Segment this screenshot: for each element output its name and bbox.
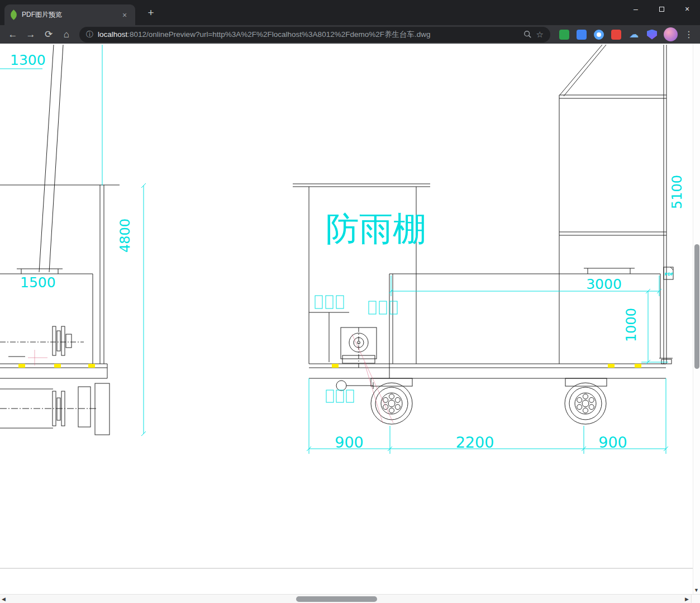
home-button[interactable]: ⌂ [58,27,75,42]
forward-button[interactable]: → [22,27,39,42]
page-content: 1300 1500 4800 5100 3000 1000 900 2200 9… [0,44,700,603]
left-view-structure [0,45,120,435]
rain-shed-label: 防雨棚 [326,209,426,248]
dimension-label-900-right: 900 [598,434,627,451]
dimension-label-2200: 2200 [456,434,494,451]
dimension-label-3000: 3000 [586,276,622,292]
extension-icon-ring[interactable] [594,30,604,40]
dimension-label-1500: 1500 [20,274,56,291]
zoom-icon[interactable] [523,30,532,39]
close-window-button[interactable]: × [674,0,700,18]
back-button[interactable]: ← [4,27,21,42]
wheel-left [371,383,412,424]
extension-icon-red[interactable] [611,30,621,40]
vertical-scrollbar[interactable]: ▼ [693,44,700,594]
horizontal-scrollbar-thumb[interactable] [296,596,377,602]
extension-icon-green[interactable] [559,30,569,40]
url-text: localhost:8012/onlinePreview?url=http%3A… [98,30,519,40]
dimension-label-1000: 1000 [623,308,639,342]
tab-strip: PDF图片预览 × + – × [0,0,700,25]
page-separator-line [0,568,693,569]
extension-icon-cloud[interactable]: ☁ [628,30,640,40]
browser-tab[interactable]: PDF图片预览 × [4,4,135,25]
vertical-scrollbar-thumb[interactable] [694,244,699,369]
cad-drawing: 1300 1500 4800 5100 3000 1000 900 2200 9… [0,44,693,594]
yellow-pad-marks [18,364,641,368]
extension-icon-shield[interactable] [647,30,657,40]
profile-avatar[interactable] [664,27,678,41]
extension-icon-translate[interactable] [577,30,587,40]
dimension-label-4800: 4800 [117,219,133,253]
scroll-down-icon[interactable]: ▼ [694,587,699,593]
dimension-label-1300: 1300 [10,52,46,68]
url-host: localhost [98,30,127,39]
maximize-button[interactable] [649,0,674,18]
scrollbar-corner [691,595,700,603]
dimension-label-5100: 5100 [669,175,685,209]
window-controls: – × [623,0,700,18]
horizontal-scrollbar[interactable]: ◀ ▶ [0,594,700,603]
pdf-attachment-icon[interactable]: PDF [664,267,673,279]
browser-menu-icon[interactable]: ⋮ [682,29,696,40]
new-tab-button[interactable]: + [144,7,158,20]
maximize-icon [659,7,664,12]
scroll-left-icon[interactable]: ◀ [2,596,6,602]
dimension-label-900-left: 900 [335,434,364,451]
bookmark-star-icon[interactable]: ☆ [536,30,544,40]
browser-toolbar: ← → ⟳ ⌂ ⓘ localhost:8012/onlinePreview?u… [0,25,700,44]
extensions-area: ☁ [555,30,661,40]
tab-title: PDF图片预览 [22,10,115,20]
reload-button[interactable]: ⟳ [40,27,57,42]
url-path: :8012/onlinePreview?url=http%3A%2F%2Floc… [127,30,430,39]
tab-close-icon[interactable]: × [120,10,130,20]
browser-chrome: PDF图片预览 × + – × ← → ⟳ ⌂ ⓘ localhost:8012… [0,0,700,44]
site-info-icon[interactable]: ⓘ [86,30,93,40]
wheel-right [565,383,606,424]
address-bar[interactable]: ⓘ localhost:8012/onlinePreview?url=http%… [79,27,550,42]
spring-leaf-favicon [8,10,18,20]
pdf-badge-text: PDF [665,272,674,277]
minimize-button[interactable]: – [623,0,649,18]
scroll-right-icon[interactable]: ▶ [685,596,689,602]
